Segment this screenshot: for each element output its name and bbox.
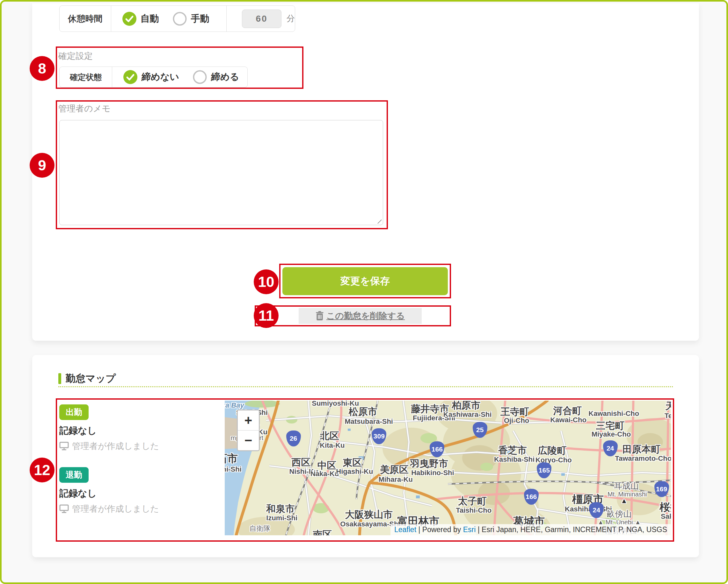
- map-section-heading: 勤怠マップ: [58, 372, 116, 385]
- record-type-badge: 出勤: [59, 405, 88, 420]
- map-label: 耳成山: [614, 480, 639, 492]
- admin-memo-textarea[interactable]: [59, 120, 383, 225]
- memo-section-title: 管理者のメモ: [58, 103, 111, 114]
- map-label: Kashihara-Shi: [565, 505, 612, 513]
- map-label: Kashiba-Shi: [494, 455, 535, 464]
- break-minutes-input[interactable]: [242, 9, 282, 28]
- break-minutes-unit: 分: [287, 13, 295, 24]
- delete-attendance-label: この勤怠を削除する: [327, 310, 405, 322]
- map-label: Oji-Cho: [504, 417, 529, 425]
- attendance-record: 退勤記録なし管理者が作成しました: [59, 467, 219, 515]
- zoom-out-button[interactable]: −: [238, 430, 259, 450]
- map-section-title: 勤怠マップ: [66, 372, 116, 385]
- break-time-group: 休憩時間 自動手動 分: [59, 5, 295, 32]
- record-note-text: 管理者が作成しました: [72, 503, 159, 515]
- map-label: Ten: [665, 412, 671, 420]
- map-label: 広陵町: [538, 444, 567, 457]
- map-label: ka Bay: [225, 401, 244, 410]
- esri-link[interactable]: Esri: [463, 525, 476, 534]
- break-time-label: 休憩時間: [60, 6, 111, 31]
- radio-option[interactable]: 自動: [122, 11, 159, 26]
- map-label: Kawanishi-Cho: [589, 410, 639, 418]
- map-label: Miyake-Cho: [592, 430, 631, 439]
- radio-option[interactable]: 締めない: [123, 70, 179, 84]
- map-label: 高石市: [225, 451, 238, 466]
- map-label: 河合町: [553, 405, 582, 417]
- map-label: 天: [665, 400, 671, 412]
- map-label: Izumi-Shi: [266, 514, 297, 522]
- map-zoom-control: + −: [237, 410, 260, 451]
- map-attribution: Leaflet | Powered by Esri | Esri Japan, …: [390, 524, 671, 535]
- radio-option-label: 締める: [211, 71, 239, 83]
- radio-option[interactable]: 手動: [173, 11, 209, 26]
- admin-memo-box: [59, 120, 383, 225]
- map-label: ▲: [621, 497, 628, 505]
- heading-dotted-divider: [58, 386, 673, 387]
- monitor-icon: [59, 442, 69, 451]
- attendance-form-card: 休憩時間 自動手動 分 確定設定 確定状態 締めない締める 管理者のメモ 変更を…: [32, 3, 699, 341]
- radio-option-label: 自動: [140, 12, 159, 25]
- map-label: Mihara-Ku: [378, 475, 413, 484]
- map-label: Takaishi-Shi: [225, 465, 242, 473]
- break-time-radio-group: 自動手動: [111, 6, 227, 31]
- map-label: Saku: [661, 512, 671, 521]
- delete-attendance-link[interactable]: この勤怠を削除する: [298, 308, 422, 324]
- attribution-rest-text: | Esri Japan, HERE, Garmin, INCREMENT P,…: [475, 525, 667, 534]
- attendance-record: 出勤記録なし管理者が作成しました: [59, 405, 219, 452]
- map-label: Matsubara-Shi: [344, 417, 393, 426]
- record-note-text: 管理者が作成しました: [72, 440, 159, 452]
- attendance-map[interactable]: ka BaySumiyoshi-KuSakai-Shi堺区Sakai-Ku港mp…: [225, 400, 671, 535]
- save-button[interactable]: 変更を保存: [282, 267, 448, 295]
- record-type-badge: 退勤: [59, 467, 88, 483]
- map-label: 北区: [320, 429, 339, 442]
- record-status: 記録なし: [59, 424, 219, 437]
- map-label: 美原区: [380, 463, 409, 476]
- confirm-section-title: 確定設定: [58, 50, 93, 62]
- confirm-status-label: 確定状態: [60, 67, 112, 87]
- map-label: 自衛隊: [250, 524, 270, 533]
- radio-option[interactable]: 締める: [192, 70, 239, 84]
- trash-icon: [316, 311, 324, 321]
- map-label: Higashi-Ku: [336, 468, 373, 476]
- confirm-status-radio-group: 締めない締める: [112, 67, 248, 87]
- map-label: Kita-Ku: [320, 441, 344, 450]
- map-label: 和泉市: [266, 502, 295, 516]
- map-label: 大阪狭山市: [345, 508, 393, 521]
- leaflet-link[interactable]: Leaflet: [394, 525, 416, 534]
- zoom-in-button[interactable]: +: [238, 411, 259, 430]
- map-label: Taishi-Cho: [456, 506, 492, 515]
- record-note: 管理者が作成しました: [59, 440, 219, 452]
- attendance-records-column: 出勤記録なし管理者が作成しました退勤記録なし管理者が作成しました: [59, 405, 219, 530]
- map-label: 田原本町: [623, 443, 661, 456]
- attendance-edit-page: 休憩時間 自動手動 分 確定設定 確定状態 締めない締める 管理者のメモ 変更を…: [0, 0, 728, 584]
- map-label: 南区: [313, 528, 332, 535]
- radio-option-label: 締めない: [141, 71, 179, 83]
- map-label: 羽曳野市: [410, 457, 448, 470]
- map-label: 太子町: [458, 495, 487, 507]
- map-label: Kashiwara-Shi: [443, 411, 492, 419]
- heading-accent-bar: [58, 373, 61, 384]
- record-note: 管理者が作成しました: [59, 503, 219, 515]
- map-label: 松原市: [349, 406, 378, 418]
- map-label: 西区: [291, 456, 310, 469]
- confirm-status-group: 確定状態 締めない締める: [59, 66, 248, 88]
- map-label: Tawaramoto-Cho: [615, 454, 671, 463]
- break-minutes-cell: 分: [227, 6, 295, 31]
- attribution-powered-text: | Powered by: [416, 525, 463, 534]
- map-label: 香芝市: [498, 444, 527, 457]
- radio-option-label: 手動: [191, 12, 209, 25]
- record-status: 記録なし: [59, 487, 219, 500]
- map-label: Kawai-Cho: [550, 416, 587, 424]
- map-label: Habikino-Shi: [411, 469, 454, 477]
- map-label: Naka-Ku: [310, 470, 339, 478]
- monitor-icon: [59, 504, 69, 513]
- map-label: 畝傍山: [607, 508, 632, 520]
